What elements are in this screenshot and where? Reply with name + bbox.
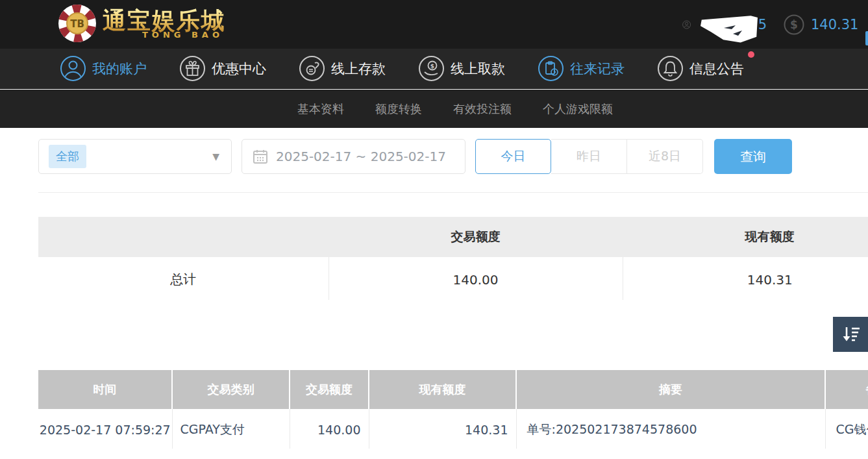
filter-bar: 全部 ▼ 2025-02-17 ~ 2025-02-17 今日 昨日 近8日 查… (0, 128, 868, 193)
date-range-input[interactable]: 2025-02-17 ~ 2025-02-17 (242, 139, 465, 174)
quick-range-last8days[interactable]: 近8日 (627, 139, 703, 174)
tx-header-time: 时间 (38, 370, 172, 409)
account-summary[interactable]: 25 (682, 10, 767, 40)
nav-label: 信息公告 (689, 60, 744, 78)
transactions-header-row: 时间 交易类别 交易额度 现有额度 摘要 备注 (38, 370, 868, 409)
nav-label: 我的账户 (92, 60, 147, 78)
quick-range-yesterday[interactable]: 昨日 (551, 139, 627, 174)
sort-descending-icon (840, 324, 861, 345)
summary-total-row: 总计 140.00 140.31 (38, 257, 868, 300)
tx-transaction-amount: 140.00 (290, 409, 369, 449)
bell-icon (657, 55, 684, 82)
nav-item-my-account[interactable]: 我的账户 (60, 55, 147, 82)
clipped-currency-glyph (865, 31, 868, 45)
nav-item-online-deposit[interactable]: 线上存款 (299, 55, 386, 82)
site-logo[interactable]: TB 通宝娱乐城 TONG BAO (57, 3, 226, 43)
query-button[interactable]: 查询 (714, 139, 792, 174)
site-subtitle: TONG BAO (142, 30, 223, 40)
tx-type: CGPAY支付 (172, 409, 290, 449)
scribble-pen-mark (723, 24, 745, 37)
nav-label: 线上存款 (331, 60, 386, 78)
transaction-type-select[interactable]: 全部 ▼ (38, 139, 232, 174)
nav-label: 优惠中心 (212, 60, 266, 78)
tx-remark: CG钱包 (825, 409, 868, 449)
chevron-down-icon: ▼ (212, 151, 219, 162)
balance-amount: 140.31 (811, 17, 858, 32)
transactions-table: 时间 交易类别 交易额度 现有额度 摘要 备注 2025-02-17 07:59… (38, 370, 868, 449)
balance-display[interactable]: $ 140.31 (784, 14, 868, 35)
nav-label: 往来记录 (570, 60, 625, 78)
transactions-table-container: 时间 交易类别 交易额度 现有额度 摘要 备注 2025-02-17 07:59… (38, 370, 868, 449)
deposit-hand-coin-icon (299, 55, 325, 82)
summary-table: 交易额度 现有额度 总计 140.00 140.31 (38, 217, 868, 300)
svg-text:$: $ (790, 18, 798, 31)
tx-time: 2025-02-17 07:59:27 (38, 409, 172, 449)
tx-header-transaction-amount: 交易额度 (290, 370, 369, 409)
records-clipboard-icon (538, 55, 564, 82)
nav-item-promotions[interactable]: 优惠中心 (179, 55, 266, 82)
nav-item-online-withdraw[interactable]: $ 线上取款 (418, 55, 505, 82)
tx-header-remark: 备注 (825, 370, 868, 409)
date-range-value: 2025-02-17 ~ 2025-02-17 (276, 149, 446, 164)
svg-text:$: $ (430, 63, 434, 69)
nav-item-transaction-records[interactable]: 往来记录 (538, 55, 625, 82)
separator-line (38, 192, 868, 193)
summary-header-transaction-amount: 交易额度 (329, 217, 623, 257)
withdraw-hand-coin-icon: $ (418, 55, 445, 82)
summary-total-label: 总计 (38, 257, 329, 300)
user-avatar-icon (682, 14, 691, 35)
gift-icon (179, 55, 206, 82)
summary-header-row: 交易额度 现有额度 (38, 217, 868, 257)
summary-header-current-amount: 现有额度 (623, 217, 868, 257)
notification-dot (748, 51, 754, 58)
selected-type-chip: 全部 (49, 145, 86, 168)
tx-current-amount: 140.31 (369, 409, 516, 449)
dollar-circle-icon: $ (784, 14, 804, 35)
summary-header-empty (38, 217, 329, 257)
sort-descending-button[interactable] (833, 317, 868, 352)
main-navigation: 我的账户 优惠中心 线上存款 $ 线上取款 (0, 49, 868, 89)
subnav-item-quota-transfer[interactable]: 额度转换 (375, 101, 422, 117)
tx-header-current-amount: 现有额度 (369, 370, 516, 409)
poker-chip-logo-icon: TB (57, 3, 97, 43)
quick-range-group: 今日 昨日 近8日 (475, 139, 703, 174)
subnav-item-game-limits[interactable]: 个人游戏限额 (543, 101, 613, 117)
user-circle-icon (60, 55, 86, 82)
nav-label: 线上取款 (451, 60, 505, 78)
calendar-icon (253, 149, 268, 164)
tx-header-summary: 摘要 (516, 370, 825, 409)
summary-transaction-amount: 140.00 (329, 257, 623, 300)
transaction-row: 2025-02-17 07:59:27 CGPAY支付 140.00 140.3… (38, 409, 868, 449)
subnav-item-basic-info[interactable]: 基本资料 (297, 101, 344, 117)
nav-item-announcements[interactable]: 信息公告 (657, 55, 744, 82)
account-subnav: 基本资料 额度转换 有效投注额 个人游戏限额 (0, 90, 868, 128)
topbar: TB 通宝娱乐城 TONG BAO 25 $ 140.3 (0, 0, 868, 49)
tx-summary: 单号:202502173874578600 (516, 409, 825, 449)
tx-header-type: 交易类别 (172, 370, 290, 409)
quick-range-today[interactable]: 今日 (475, 139, 551, 174)
summary-current-amount: 140.31 (623, 257, 868, 300)
chip-text: TB (70, 18, 84, 30)
subnav-item-valid-bets[interactable]: 有效投注额 (453, 101, 512, 117)
summary-table-container: 交易额度 现有额度 总计 140.00 140.31 (38, 217, 868, 300)
